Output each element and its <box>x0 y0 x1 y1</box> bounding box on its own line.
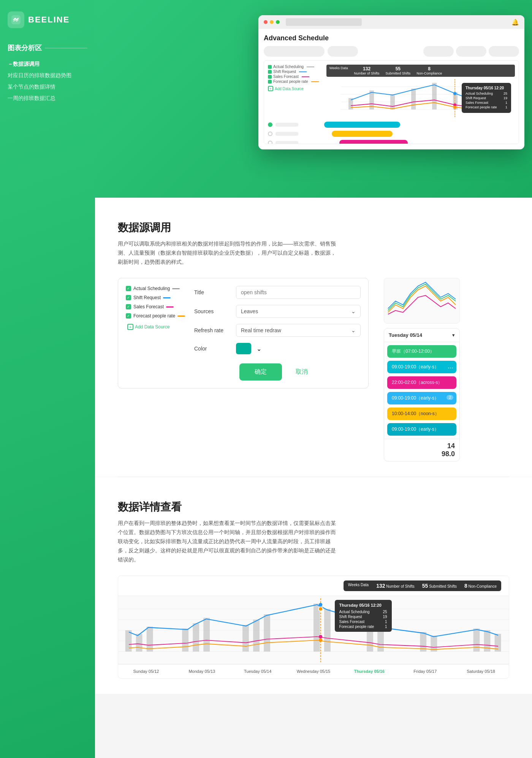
day-col-2[interactable]: Tuesday 05/14 <box>230 668 286 675</box>
legend-line-2 <box>302 76 309 77</box>
app-search-bar <box>264 46 519 57</box>
logo-icon <box>8 11 24 28</box>
titlebar-search <box>286 18 362 26</box>
sources-select[interactable]: Leaves <box>236 305 361 318</box>
shift-card-4[interactable]: 10:00-14:00（noon-s） <box>387 408 456 420</box>
form-row-color: Color <box>194 343 361 354</box>
legend-item-add[interactable]: + Add Data Source <box>268 86 319 91</box>
btn-1[interactable] <box>423 46 454 57</box>
refresh-value: Real time redraw <box>241 327 281 333</box>
gantt-area <box>268 119 515 144</box>
add-icon: + <box>268 86 273 91</box>
day-col-6[interactable]: Saturday 05/18 <box>453 668 509 675</box>
gantt-radio-2[interactable] <box>268 141 272 144</box>
config-legend-label-1: Shift Request <box>133 295 161 300</box>
sources-value: Leaves <box>241 308 258 314</box>
dropdown-icon[interactable]: ▾ <box>452 332 455 338</box>
datasource-right: Tuesday 05/14 ▾ 早班（07:00-12:00） 09:00-19… <box>384 278 460 461</box>
title-input[interactable] <box>236 286 361 299</box>
svg-rect-25 <box>182 629 188 652</box>
svg-rect-8 <box>411 89 416 109</box>
weeks-data-bar: Weeks Data 132 Number of Shifts 55 Submi… <box>326 65 515 77</box>
chart-svg-wrapper: Thursday 05/16 12:20 Actual Scheduling 2… <box>326 79 515 119</box>
check-icon-2: ✓ <box>126 304 131 309</box>
form-row-title: Title <box>194 286 361 299</box>
search-pill-1[interactable] <box>264 46 325 57</box>
bottom-tooltip-title: Thursday 05/16 12:20 <box>339 603 387 607</box>
legend-line-3 <box>311 81 319 82</box>
gantt-radio-1[interactable] <box>268 132 272 136</box>
gantt-label-1 <box>276 132 298 136</box>
svg-rect-24 <box>147 627 153 652</box>
sidebar-section-title: 图表分析区 <box>8 43 87 52</box>
app-titlebar: 🔔 <box>258 15 524 29</box>
bottom-tooltip-row-1: Shift Request 19 <box>339 615 387 619</box>
svg-rect-22 <box>125 630 132 652</box>
refresh-label: Refresh rate <box>194 327 236 333</box>
shift-card-0[interactable]: 早班（07:00-12:00） <box>387 345 456 358</box>
refresh-select[interactable]: Real time redraw <box>236 324 361 337</box>
shift-card-1[interactable]: 09:00-19:00（early-s） ··· <box>387 361 456 373</box>
maximize-dot[interactable] <box>276 20 280 24</box>
add-data-source-icon: + <box>127 324 133 330</box>
cancel-button[interactable]: 取消 <box>288 363 315 381</box>
svg-point-16 <box>453 106 456 109</box>
app-title: Advanced Schedule <box>264 34 519 42</box>
add-data-source-btn[interactable]: + Add Data Source <box>126 322 187 331</box>
chart-tooltip: Thursday 05/16 12:20 Actual Scheduling 2… <box>462 83 511 113</box>
day-col-0[interactable]: Sunday 05/12 <box>118 668 174 675</box>
config-line-0 <box>172 288 180 289</box>
form-btn-row: 确定 取消 <box>194 363 361 381</box>
shift-card-3[interactable]: 09:00-19:00（early-s） 2 <box>387 392 456 404</box>
config-panel: ✓ Actual Scheduling ✓ Shift Request ✓ Sa… <box>118 278 369 389</box>
gantt-radio-0[interactable] <box>268 122 272 127</box>
close-dot[interactable] <box>264 20 268 24</box>
sidebar-item-0[interactable]: －数据源调用 <box>8 59 87 70</box>
confirm-button[interactable]: 确定 <box>239 363 282 381</box>
config-legend-label-3: Forecast people rate <box>133 313 175 319</box>
tooltip-row-1: Shift Request 19 <box>466 96 507 100</box>
svg-rect-27 <box>203 618 210 652</box>
config-line-1 <box>163 297 171 298</box>
config-legend-label-2: Sales Forecast <box>133 304 164 309</box>
svg-rect-23 <box>136 634 142 652</box>
bell-icon[interactable]: 🔔 <box>511 19 519 26</box>
color-swatch[interactable] <box>236 343 251 354</box>
right-panel-date: Tuesday 05/14 <box>389 332 422 338</box>
sidebar-item-3[interactable]: 一周的排班数据汇总 <box>8 93 87 104</box>
search-pill-2[interactable] <box>328 46 358 57</box>
config-form-col: Title Sources Leaves Refresh rate <box>187 286 361 381</box>
shift-card-5[interactable]: 09:00-19:00（early-s） <box>387 423 456 436</box>
svg-rect-37 <box>473 629 480 652</box>
minimize-dot[interactable] <box>270 20 274 24</box>
color-label: Color <box>194 346 236 352</box>
sidebar-item-2[interactable]: 某个节点的数据详情 <box>8 81 87 93</box>
config-legend-3: ✓ Forecast people rate <box>126 313 187 319</box>
bottom-weeks-data: Weeks Data 132 Number of Shifts 55 Submi… <box>344 580 501 591</box>
day-col-4[interactable]: Thursday 05/16 <box>341 668 397 675</box>
weeks-data-2: 8 Non-Compliance <box>416 66 442 75</box>
bottom-chart-area[interactable]: Thursday 05/16 12:20 Actual Scheduling 2… <box>118 596 509 664</box>
day-col-3[interactable]: Wednesday 05/15 <box>286 668 342 675</box>
btn-3[interactable] <box>489 46 519 57</box>
bottom-weeks-0: 132 Number of Shifts <box>376 583 415 589</box>
form-row-sources: Sources Leaves <box>194 305 361 318</box>
hero-section: 🔔 Advanced Schedule <box>95 0 532 198</box>
weeks-data-label: Weeks Data <box>329 66 348 75</box>
shift-card-2[interactable]: 22:00-02:00（across-s） <box>387 376 456 389</box>
legend-line-0 <box>307 67 314 67</box>
day-col-1[interactable]: Monday 05/13 <box>174 668 230 675</box>
svg-rect-28 <box>242 625 249 652</box>
bottom-weeks-label: Weeks Data <box>348 583 369 589</box>
ellipsis-icon: ··· <box>448 364 453 372</box>
bottom-tooltip-row-2: Sales Forecast 1 <box>339 620 387 624</box>
config-legend-col: ✓ Actual Scheduling ✓ Shift Request ✓ Sa… <box>126 286 187 381</box>
legend-label-0: Actual Scheduling <box>273 65 304 69</box>
tooltip-title: Thursday 05/16 12:20 <box>466 86 507 90</box>
sidebar-item-1[interactable]: 对应日历的排班数据趋势图 <box>8 70 87 81</box>
btn-2[interactable] <box>456 46 486 57</box>
app-inner: Advanced Schedule <box>258 29 524 149</box>
bottom-tooltip-row-0: Actual Scheduling 25 <box>339 610 387 614</box>
day-col-5[interactable]: Friday 05/17 <box>397 668 453 675</box>
datasource-section: 数据源调用 用户可以调取系统内和排班相关的数据对排班起到指导性的作用，比如——班… <box>95 198 532 477</box>
